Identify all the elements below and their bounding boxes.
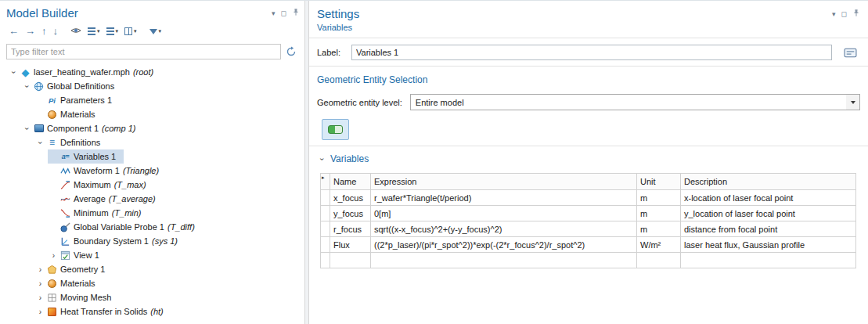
show-button[interactable] bbox=[68, 24, 84, 39]
move-up-button[interactable]: ↑ bbox=[39, 25, 49, 38]
panel-menu-icon[interactable]: ▾ bbox=[272, 9, 276, 17]
chevron-down-icon[interactable] bbox=[846, 95, 859, 110]
float-window-icon[interactable]: ◻ bbox=[281, 9, 286, 17]
tree-item-minimum[interactable]: Minimum (T_min) bbox=[6, 206, 300, 220]
chevron-spacer bbox=[48, 221, 59, 233]
eye-icon bbox=[70, 25, 81, 38]
heat-transfer-icon bbox=[46, 306, 58, 318]
cell-name[interactable]: y_focus bbox=[330, 206, 371, 221]
chevron-spacer bbox=[48, 165, 59, 177]
chevron-right-icon[interactable]: › bbox=[34, 306, 46, 318]
cell-expression[interactable]: 0[m] bbox=[371, 206, 637, 221]
cell-name[interactable] bbox=[330, 253, 371, 268]
row-gutter[interactable] bbox=[321, 237, 330, 253]
chevron-right-icon[interactable]: › bbox=[48, 250, 59, 261]
tree-item-global-variable-probe-1[interactable]: Global Variable Probe 1 (T_diff) bbox=[6, 220, 300, 234]
tree-item-label: Materials bbox=[60, 110, 95, 119]
row-gutter[interactable] bbox=[321, 253, 330, 268]
column-header-unit: Unit bbox=[637, 174, 681, 190]
cell-unit[interactable]: m bbox=[637, 206, 681, 221]
tree-item-boundary-system-1[interactable]: Boundary System 1 (sys 1) bbox=[6, 234, 300, 248]
panel-menu-icon[interactable]: ▾ bbox=[832, 10, 836, 18]
section-collapse-icon[interactable]: › bbox=[318, 154, 326, 164]
active-selection-toggle-button[interactable] bbox=[322, 119, 349, 140]
float-window-icon[interactable]: ◻ bbox=[841, 10, 847, 18]
active-indicator-icon bbox=[328, 125, 343, 134]
cell-expression[interactable] bbox=[371, 253, 637, 268]
variables-section-heading[interactable]: Variables bbox=[330, 153, 369, 164]
tree-item-definitions[interactable]: › ≡ Definitions bbox=[6, 135, 300, 149]
materials-icon bbox=[46, 278, 58, 290]
moving-mesh-icon bbox=[46, 292, 58, 304]
tree-item-label: Boundary System 1 bbox=[74, 236, 149, 246]
tree-item-geometry-1[interactable]: › Geometry 1 bbox=[6, 262, 300, 276]
cell-unit[interactable]: m bbox=[637, 190, 681, 206]
move-down-button[interactable]: ↓ bbox=[51, 25, 61, 38]
filter-view-button[interactable]: ▾ bbox=[147, 25, 164, 38]
node-text-button[interactable]: ▾ bbox=[85, 25, 103, 38]
chevron-right-icon[interactable]: › bbox=[34, 278, 46, 290]
variables-icon: a= bbox=[59, 151, 71, 163]
tree-item-waveform-1[interactable]: Waveform 1 (Triangle) bbox=[6, 164, 300, 178]
cell-name[interactable]: Flux bbox=[330, 237, 371, 253]
tree-item-moving-mesh[interactable]: › Moving Mesh bbox=[6, 290, 300, 304]
row-gutter[interactable] bbox=[321, 221, 330, 237]
cell-expression[interactable]: r_wafer*Triangle(t/period) bbox=[371, 190, 637, 206]
show-name-toggle-button[interactable] bbox=[840, 45, 860, 60]
tree-item-parameters[interactable]: Pi Parameters 1 bbox=[6, 93, 300, 107]
filter-input[interactable] bbox=[6, 44, 281, 59]
row-gutter[interactable] bbox=[321, 190, 330, 206]
cell-description[interactable]: distance from focal point bbox=[681, 221, 856, 237]
column-header-description: Description bbox=[681, 174, 856, 190]
expand-collapse-icon bbox=[106, 27, 114, 35]
cell-expression[interactable]: sqrt((x-x_focus)^2+(y-y_focus)^2) bbox=[371, 221, 637, 237]
chevron-down-icon[interactable]: › bbox=[21, 123, 33, 135]
tree-item-tag: (Triangle) bbox=[123, 166, 159, 175]
tree-item-heat-transfer-in-solids[interactable]: › Heat Transfer in Solids (ht) bbox=[6, 304, 300, 319]
tree-item-label: Moving Mesh bbox=[60, 293, 111, 302]
tree-item-variables-1[interactable]: a= Variables 1 bbox=[6, 149, 300, 164]
chevron-spacer bbox=[48, 193, 59, 205]
table-row: x_focus r_wafer*Triangle(t/period) m x-l… bbox=[321, 190, 856, 206]
chevron-down-icon[interactable]: › bbox=[8, 67, 20, 78]
chevron-down-icon[interactable]: › bbox=[34, 137, 46, 149]
tree-item-average[interactable]: Average (T_average) bbox=[6, 192, 300, 206]
tree-item-tag: (sys 1) bbox=[152, 236, 178, 246]
pin-icon[interactable] bbox=[292, 8, 300, 18]
tree-item-component-1[interactable]: › Component 1 (comp 1) bbox=[6, 121, 300, 135]
cell-name[interactable]: r_focus bbox=[330, 221, 371, 237]
pin-icon[interactable] bbox=[852, 9, 860, 19]
tree-item-global-definitions[interactable]: › Global Definitions bbox=[6, 79, 300, 93]
tree-item-label: Global Variable Probe 1 bbox=[74, 222, 164, 232]
chevron-right-icon[interactable]: › bbox=[34, 264, 46, 275]
tree-item-root[interactable]: › ◆ laser_heating_wafer.mph (root) bbox=[6, 65, 300, 79]
cell-description[interactable]: laser heat flux, Gaussian profile bbox=[681, 237, 856, 253]
tree-item-materials-global[interactable]: Materials bbox=[6, 107, 300, 121]
tree-item-label: Definitions bbox=[60, 138, 100, 147]
cell-description[interactable] bbox=[681, 253, 856, 268]
materials-icon bbox=[46, 109, 58, 121]
cell-unit[interactable] bbox=[637, 253, 681, 268]
columns-button[interactable]: ▾ bbox=[122, 25, 139, 38]
cell-name[interactable]: x_focus bbox=[330, 190, 371, 206]
tree-item-label: Variables 1 bbox=[74, 152, 116, 161]
row-gutter[interactable] bbox=[321, 206, 330, 221]
tree-item-view-1[interactable]: › View 1 bbox=[6, 248, 300, 262]
chevron-down-icon[interactable]: › bbox=[21, 81, 33, 92]
forward-button[interactable]: → bbox=[23, 25, 38, 38]
expand-collapse-button[interactable]: ▾ bbox=[104, 25, 121, 38]
label-input[interactable] bbox=[351, 45, 832, 60]
tree-item-materials-component[interactable]: › Materials bbox=[6, 276, 300, 290]
cell-description[interactable]: x-location of laser focal point bbox=[681, 190, 856, 206]
cell-unit[interactable]: m bbox=[637, 221, 681, 237]
cell-description[interactable]: y_location of laser focal point bbox=[681, 206, 856, 221]
chevron-right-icon[interactable]: › bbox=[34, 292, 46, 304]
tree-item-maximum[interactable]: Maximum (T_max) bbox=[6, 178, 300, 192]
refresh-icon[interactable] bbox=[283, 44, 300, 59]
average-icon bbox=[59, 193, 71, 205]
back-button[interactable]: ← bbox=[6, 25, 21, 38]
geometric-entity-level-select[interactable]: Entire model bbox=[410, 94, 860, 110]
cell-unit[interactable]: W/m² bbox=[637, 237, 681, 253]
back-icon: ← bbox=[9, 26, 19, 37]
cell-expression[interactable]: ((2*p_laser)/(pi*r_spot^2))*exp(-(2*r_fo… bbox=[371, 237, 637, 253]
